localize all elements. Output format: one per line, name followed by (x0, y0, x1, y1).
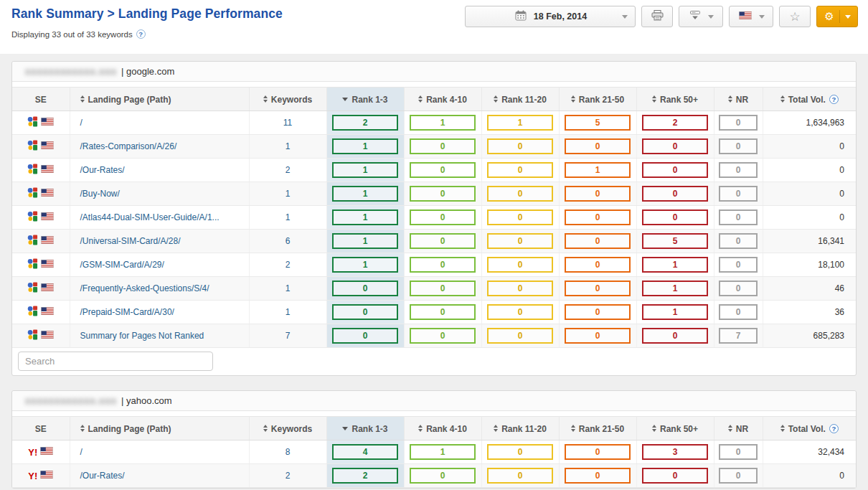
r4_10-value-box: 0 (410, 233, 476, 249)
print-icon (651, 10, 664, 23)
r50-cell: 1 (636, 253, 714, 277)
r21_50-cell: 1 (559, 159, 636, 182)
column-label: Rank 50+ (660, 423, 698, 433)
column-header-nr[interactable]: NR (714, 417, 763, 440)
favorite-button[interactable]: ☆ (779, 6, 811, 27)
column-label: Rank 21-50 (579, 94, 624, 104)
sort-icon (80, 95, 85, 103)
settings-button[interactable]: ⚙ (816, 6, 858, 27)
landing-page-link[interactable]: / (80, 118, 82, 128)
landing-page-link[interactable]: /Atlas44-Dual-SIM-User-Guide/A/1... (80, 212, 220, 222)
search-row (12, 348, 856, 375)
column-label: NR (736, 94, 748, 104)
us-flag-icon (41, 236, 54, 246)
yahoo-icon: Y! (28, 447, 37, 458)
column-label: SE (35, 423, 47, 433)
sort-icon (652, 425, 656, 432)
r50-cell: 0 (636, 324, 714, 348)
keywords-count: 1 (249, 182, 326, 206)
chevron-down-icon (622, 15, 628, 19)
chevron-down-icon (759, 15, 765, 19)
help-icon[interactable]: ? (829, 424, 839, 433)
landing-page-link[interactable]: /Buy-Now/ (80, 189, 120, 199)
column-label: Rank 4-10 (426, 94, 467, 104)
r1_3-value-box: 1 (332, 257, 398, 273)
r1_3-cell: 4 (326, 440, 404, 464)
landing-page-link[interactable]: /Our-Rates/ (80, 165, 125, 175)
landing-page-link[interactable]: Summary for Pages Not Ranked (80, 331, 204, 341)
column-header-r50[interactable]: Rank 50+ (636, 88, 714, 111)
keywords-count: 8 (249, 440, 326, 464)
landing-page-cell: /GSM-SIM-Card/A/29/ (70, 253, 249, 277)
r50-cell: 0 (636, 182, 714, 206)
landing-page-link[interactable]: /Prepaid-SIM-Card/A/30/ (80, 307, 174, 317)
print-button[interactable] (641, 6, 673, 27)
landing-page-link[interactable]: /Rates-Comparison/A/26/ (80, 141, 177, 151)
column-header-r21_50[interactable]: Rank 21-50 (559, 88, 636, 111)
r21_50-cell: 5 (559, 111, 636, 135)
r1_3-cell: 0 (326, 277, 404, 301)
r11_20-value-box: 0 (487, 257, 553, 273)
landing-page-cell: /Rates-Comparison/A/26/ (70, 135, 249, 159)
panel-google: xxxxxxxxxxxx.xxx | google.com SELanding … (11, 61, 857, 376)
column-label: NR (736, 423, 748, 433)
r4_10-value-box: 0 (410, 281, 476, 296)
column-header-r50[interactable]: Rank 50+ (636, 417, 714, 440)
export-button[interactable] (679, 6, 723, 27)
column-header-keywords[interactable]: Keywords (249, 417, 326, 440)
help-icon[interactable]: ? (136, 29, 146, 39)
column-header-path[interactable]: Landing Page (Path) (70, 417, 249, 440)
column-header-nr[interactable]: NR (714, 88, 763, 111)
se-cell (12, 111, 70, 135)
page-title: Rank Summary > Landing Page Performance (11, 6, 283, 22)
landing-page-link[interactable]: / (80, 447, 82, 457)
sort-icon (728, 95, 732, 103)
landing-page-link[interactable]: /Frequently-Asked-Questions/S/4/ (80, 283, 209, 293)
r11_20-cell: 0 (481, 135, 559, 159)
landing-page-link[interactable]: /Universal-SIM-Card/A/28/ (80, 236, 181, 246)
column-header-path[interactable]: Landing Page (Path) (70, 88, 249, 111)
r4_10-value-box: 0 (410, 304, 476, 320)
search-input[interactable] (18, 352, 213, 371)
r11_20-cell: 0 (481, 253, 559, 277)
nr-value-box: 0 (719, 304, 758, 320)
column-header-r1_3[interactable]: Rank 1-3 (326, 88, 404, 111)
column-header-r1_3[interactable]: Rank 1-3 (326, 417, 404, 440)
column-header-r4_10[interactable]: Rank 4-10 (404, 417, 481, 440)
r11_20-value-box: 0 (487, 304, 553, 320)
column-header-r21_50[interactable]: Rank 21-50 (559, 417, 636, 440)
help-icon[interactable]: ? (829, 95, 839, 104)
r4_10-value-box: 0 (410, 468, 476, 484)
column-header-keywords[interactable]: Keywords (249, 88, 326, 111)
r21_50-value-box: 0 (565, 281, 631, 296)
column-header-total[interactable]: Total Vol.? (763, 88, 856, 111)
sort-icon (652, 95, 656, 103)
r50-cell: 3 (636, 440, 714, 464)
r4_10-value-box: 0 (410, 138, 476, 154)
table-row: Y!/Our-Rates/22000000 (12, 464, 856, 488)
us-flag-icon (41, 283, 54, 293)
column-header-r11_20[interactable]: Rank 11-20 (481, 88, 559, 111)
column-header-r11_20[interactable]: Rank 11-20 (481, 417, 559, 440)
column-header-total[interactable]: Total Vol.? (763, 417, 856, 440)
table-row: /Frequently-Asked-Questions/S/4/10000104… (12, 277, 856, 301)
landing-page-link[interactable]: /GSM-SIM-Card/A/29/ (80, 260, 164, 270)
domain-bar: xxxxxxxxxxxx.xxx | google.com (12, 62, 856, 82)
column-header-r4_10[interactable]: Rank 4-10 (404, 88, 481, 111)
r11_20-cell: 0 (481, 464, 559, 488)
masked-domain: xxxxxxxxxxxx.xxx (25, 395, 117, 406)
r11_20-cell: 0 (481, 277, 559, 301)
date-picker-button[interactable]: 18 Feb, 2014 (465, 6, 636, 27)
header-row: SELanding Page (Path)KeywordsRank 1-3Ran… (12, 417, 856, 440)
us-flag-icon (40, 447, 53, 457)
nr-cell: 0 (714, 182, 763, 206)
r1_3-value-box: 2 (332, 468, 398, 484)
landing-page-link[interactable]: /Our-Rates/ (80, 471, 125, 481)
r11_20-value-box: 0 (487, 233, 553, 249)
r21_50-value-box: 0 (565, 209, 631, 225)
r11_20-cell: 0 (481, 159, 559, 182)
locale-button[interactable] (729, 6, 773, 27)
column-label: Rank 11-20 (501, 423, 547, 433)
us-flag-icon (41, 141, 54, 151)
total-volume: 18,100 (763, 253, 856, 277)
